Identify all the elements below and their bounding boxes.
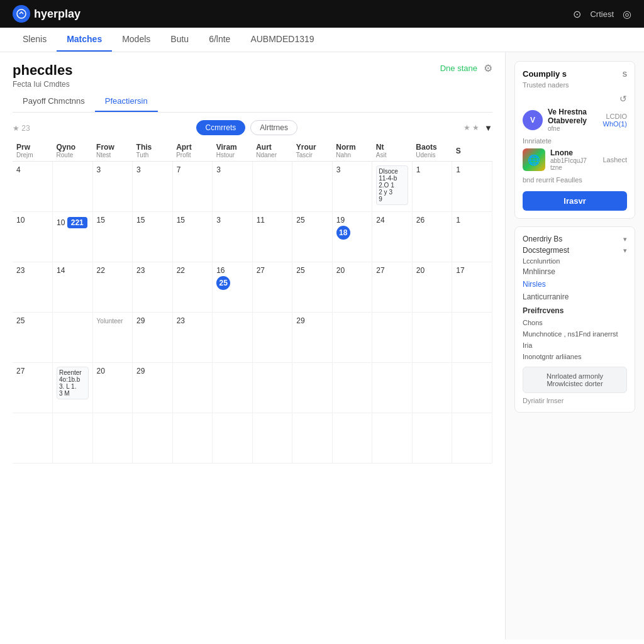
- user-action-label: LCDIO: [603, 113, 628, 120]
- cal-star-right: ★ ★: [464, 123, 479, 132]
- round-tab-alternatives[interactable]: Alrttrnes: [250, 120, 297, 135]
- filter-item-1: Docstegrmest ▾: [523, 246, 627, 255]
- sub-tab-playoff[interactable]: Payoff Chmctnns: [13, 91, 95, 112]
- user-name: Ve Hrestna Otabverely: [548, 108, 598, 125]
- cal-label-volunteer: Yolunteer: [97, 318, 123, 325]
- cal-cell: [412, 313, 452, 363]
- settings-icon[interactable]: ◎: [623, 8, 631, 20]
- table-row: 10 10 221 15 15 15 3 11 25 19 18: [13, 212, 492, 262]
- cal-cell: [53, 413, 93, 464]
- nav-item-butu[interactable]: Butu: [160, 28, 199, 52]
- filters-title: Onerdriy Bs: [523, 235, 562, 243]
- pref-item-1: Iria: [523, 340, 627, 350]
- action-wide-button[interactable]: Nnrloated armonly Mrowlcistec dorter: [523, 367, 627, 393]
- filter-arrow-1[interactable]: ▾: [623, 247, 627, 255]
- invite-button[interactable]: Irasvr: [523, 191, 627, 211]
- cal-cell: [292, 162, 333, 212]
- logo: hyerplay: [13, 5, 80, 23]
- nav-item-matches[interactable]: Matches: [57, 28, 112, 52]
- cal-cell: 15: [133, 212, 173, 262]
- pref-sub-title: Chons: [523, 318, 627, 328]
- team-link[interactable]: Lashect: [602, 156, 627, 164]
- col-header-11: S: [452, 140, 492, 162]
- cal-highlight-221: 221: [67, 217, 87, 228]
- pref-title: Preifrcvens: [523, 305, 627, 316]
- cal-cell: [213, 313, 253, 363]
- user-info: Ve Hrestna Otabverely ofne: [548, 108, 598, 132]
- nav-item-6slnte[interactable]: 6/lnte: [199, 28, 240, 52]
- cal-cell: 27: [252, 262, 292, 313]
- cal-cell: 19 18: [332, 212, 372, 262]
- cal-cell: 20: [412, 262, 452, 313]
- cal-cell: [412, 363, 452, 413]
- filter-label-1: Docstegrmest: [523, 246, 569, 255]
- cal-cell: 1: [452, 212, 492, 262]
- pref-item-0: Munchnotice , ns1Fnd iranerrst: [523, 329, 627, 339]
- cal-cell: 22: [172, 262, 213, 313]
- refresh-icon[interactable]: ↺: [619, 94, 627, 104]
- cal-cell: [372, 413, 413, 464]
- calendar-body: 4 3 3 7 3 3 Dlsoce11-4-b2.O 12 y 39: [13, 162, 492, 464]
- locate-label: Innriatete: [523, 137, 627, 145]
- avatar: V: [523, 110, 543, 130]
- disable-label[interactable]: Dyriatir lrnser: [523, 397, 627, 404]
- cal-cell: [13, 413, 53, 464]
- cal-cell: [332, 363, 372, 413]
- cal-cell: 22: [92, 262, 133, 313]
- calendar-container: Prw Drejm Qyno Route Frow Ntest This: [13, 140, 492, 464]
- status-badge: Dne stane: [440, 64, 477, 73]
- cal-cell: 29: [292, 313, 333, 363]
- sidebar-link-nirsles[interactable]: Nirsles: [523, 280, 627, 289]
- main-layout: phecdles Fecta Iui Cmdtes Dne stane ⚙ Pa…: [0, 52, 644, 640]
- cal-cell: 1: [452, 162, 492, 212]
- sidebar-s-label: S: [623, 70, 627, 78]
- cal-cell: [252, 313, 292, 363]
- notification-icon[interactable]: ⊙: [573, 8, 581, 20]
- cal-cell: 25: [292, 262, 333, 313]
- cal-cell: 14: [53, 262, 93, 313]
- nav-item-slenis[interactable]: Slenis: [13, 28, 57, 52]
- page-header: phecdles Fecta Iui Cmdtes Dne stane ⚙: [13, 62, 492, 89]
- table-row: 23 14 22 23 22 16 25 27 25 20 27 20: [13, 262, 492, 313]
- cal-cell: 11: [252, 212, 292, 262]
- cal-cell: 7: [172, 162, 213, 212]
- filters-collapse-icon[interactable]: ▾: [623, 235, 627, 243]
- sidebar-link-lanticurranire[interactable]: Lanticurranire: [523, 292, 627, 301]
- cal-cell: 29: [133, 363, 173, 413]
- round-tab-comments[interactable]: Ccmrrets: [196, 120, 246, 135]
- cal-cell: [332, 413, 372, 464]
- settings-icon-page[interactable]: ⚙: [484, 62, 492, 74]
- cal-cell: 24: [372, 212, 413, 262]
- cal-dropdown-icon[interactable]: ▼: [484, 123, 492, 133]
- team-logo: 🌐: [523, 148, 545, 171]
- cal-cell: 15: [172, 212, 213, 262]
- company-panel: Coumpliy s S Trusted naders ↺ V Ve Hrest…: [514, 61, 635, 219]
- company-panel-title: Coumpliy s S: [523, 69, 627, 79]
- sidebar-link-mnhlinrse[interactable]: Mnhlinrse: [523, 267, 627, 276]
- cal-cell: [172, 363, 213, 413]
- cal-cell: 3: [213, 212, 253, 262]
- team-name: Lnone: [550, 148, 597, 157]
- user-row: V Ve Hrestna Otabverely ofne LCDIO WhO(1…: [523, 108, 627, 132]
- cal-cell: [252, 413, 292, 464]
- col-header-8: Norm Nahn: [332, 140, 372, 162]
- cal-cell: 26: [412, 212, 452, 262]
- sub-tab-predict[interactable]: Pfeactiersin: [95, 91, 158, 112]
- create-button[interactable]: Crtiest: [590, 9, 614, 19]
- round-tabs-container: Ccmrrets Alrttrnes: [196, 120, 297, 135]
- user-action-link[interactable]: WhO(1): [603, 120, 628, 128]
- table-row: 25 Yolunteer 29 23 29: [13, 313, 492, 363]
- page-header-left: phecdles Fecta Iui Cmdtes: [13, 62, 72, 89]
- page-title: phecdles: [13, 62, 72, 79]
- nav-item-models[interactable]: Models: [112, 28, 160, 52]
- col-header-4: Aprt Profit: [172, 140, 213, 162]
- filters-title-row: Onerdriy Bs ▾: [523, 235, 627, 243]
- cal-cell: [53, 313, 93, 363]
- cal-cell: [172, 413, 213, 464]
- col-header-10: Baots Udenis: [412, 140, 452, 162]
- nav-item-aubmded[interactable]: AUBMDED1319: [240, 28, 324, 52]
- sub-tabs: Payoff Chmctnns Pfeactiersin: [13, 91, 492, 113]
- cal-highlight-18: 18: [336, 226, 350, 240]
- top-right-actions: ⊙ Crtiest ◎: [573, 8, 631, 20]
- col-header-5: Viram Hstour: [213, 140, 253, 162]
